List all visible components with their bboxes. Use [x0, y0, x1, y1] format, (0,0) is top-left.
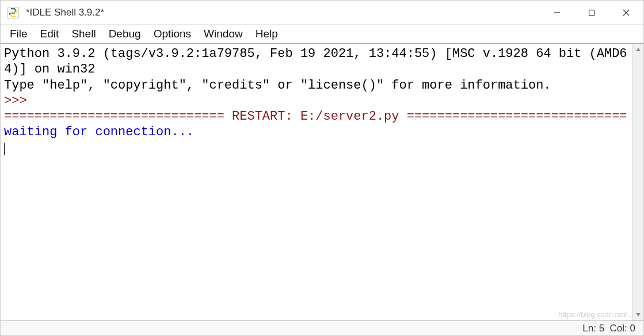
menu-edit[interactable]: Edit	[35, 26, 65, 41]
scroll-down-arrow-icon[interactable]	[632, 309, 643, 320]
python-banner-line1: Python 3.9.2 (tags/v3.9.2:1a79785, Feb 1…	[4, 47, 627, 77]
python-idle-icon	[6, 6, 20, 20]
menu-shell[interactable]: Shell	[66, 26, 101, 41]
menu-window[interactable]: Window	[198, 26, 249, 41]
content-area: Python 3.9.2 (tags/v3.9.2:1a79785, Feb 1…	[1, 43, 643, 320]
menu-file[interactable]: File	[4, 26, 33, 41]
text-cursor	[4, 143, 5, 155]
shell-text-area[interactable]: Python 3.9.2 (tags/v3.9.2:1a79785, Feb 1…	[1, 44, 632, 320]
menu-options[interactable]: Options	[148, 26, 197, 41]
window-title: *IDLE Shell 3.9.2*	[26, 7, 540, 18]
program-output-line: waiting for connection...	[4, 125, 194, 139]
vertical-scrollbar[interactable]	[632, 44, 643, 320]
titlebar: *IDLE Shell 3.9.2*	[1, 1, 643, 25]
python-banner-line2: Type "help", "copyright", "credits" or "…	[4, 78, 551, 93]
window-controls	[540, 1, 643, 24]
svg-rect-2	[589, 10, 595, 15]
menu-debug[interactable]: Debug	[103, 26, 147, 41]
menu-help[interactable]: Help	[250, 26, 284, 41]
status-col-label: Col:	[610, 323, 627, 334]
statusbar: Ln: 5 Col: 0	[1, 320, 643, 335]
status-col-value: 0	[630, 323, 635, 334]
restart-banner: ============================= RESTART: E…	[4, 109, 627, 124]
scroll-up-arrow-icon[interactable]	[632, 44, 643, 55]
maximize-button[interactable]	[574, 1, 609, 24]
status-ln-label: Ln:	[582, 323, 596, 334]
status-ln-value: 5	[599, 323, 604, 334]
menubar: File Edit Shell Debug Options Window Hel…	[1, 25, 643, 43]
shell-prompt: >>>	[4, 94, 35, 108]
minimize-button[interactable]	[540, 1, 574, 24]
close-button[interactable]	[609, 1, 643, 24]
